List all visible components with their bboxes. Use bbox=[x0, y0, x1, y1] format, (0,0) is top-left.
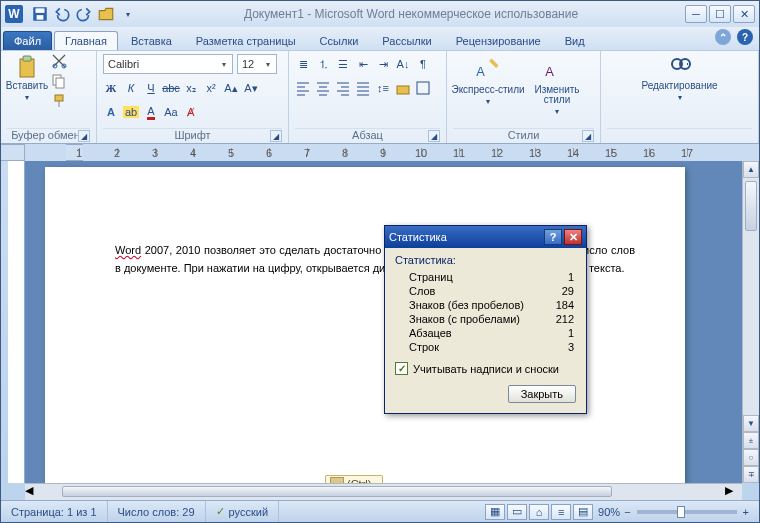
tab-file[interactable]: Файл bbox=[3, 31, 52, 50]
clear-format-icon[interactable]: A̸ bbox=[183, 104, 199, 120]
tab-layout[interactable]: Разметка страницы bbox=[185, 31, 307, 50]
increase-indent-icon[interactable]: ⇥ bbox=[375, 56, 391, 72]
tab-home[interactable]: Главная bbox=[54, 31, 118, 50]
browse-object-icon[interactable]: ○ bbox=[743, 449, 759, 466]
numbering-icon[interactable]: ⒈ bbox=[315, 56, 331, 72]
format-painter-icon[interactable] bbox=[51, 93, 67, 109]
stat-row: Строк3 bbox=[395, 340, 576, 354]
view-draft-icon[interactable]: ▤ bbox=[573, 504, 593, 520]
change-case-icon[interactable]: Aa bbox=[163, 104, 179, 120]
svg-rect-3 bbox=[20, 59, 34, 77]
ribbon-minimize-icon[interactable]: ⌃ bbox=[715, 29, 731, 45]
zoom-slider[interactable] bbox=[637, 510, 737, 514]
tab-review[interactable]: Рецензирование bbox=[445, 31, 552, 50]
tab-mailings[interactable]: Рассылки bbox=[371, 31, 442, 50]
line-spacing-icon[interactable]: ↕≡ bbox=[375, 80, 391, 96]
scroll-left-icon[interactable]: ◀ bbox=[25, 484, 42, 500]
change-styles-button[interactable]: A Изменить стили▾ bbox=[527, 53, 587, 128]
horizontal-scrollbar[interactable]: ◀ ▶ bbox=[25, 483, 742, 500]
shrink-font-icon[interactable]: A▾ bbox=[243, 80, 259, 96]
scroll-thumb-v[interactable] bbox=[745, 181, 757, 231]
cut-icon[interactable] bbox=[51, 53, 67, 69]
status-words[interactable]: Число слов: 29 bbox=[108, 501, 206, 522]
tab-references[interactable]: Ссылки bbox=[309, 31, 370, 50]
dialog-close-button[interactable]: ✕ bbox=[564, 229, 582, 245]
paste-options-icon bbox=[330, 477, 344, 483]
spellcheck-icon: ✓ bbox=[216, 505, 225, 518]
copy-icon[interactable] bbox=[51, 73, 67, 89]
quick-styles-button[interactable]: A Экспресс-стили▾ bbox=[453, 53, 523, 128]
qat-dropdown-icon[interactable]: ▾ bbox=[119, 5, 137, 23]
include-footnotes-checkbox[interactable]: ✓ bbox=[395, 362, 408, 375]
sort-icon[interactable]: A↓ bbox=[395, 56, 411, 72]
decrease-indent-icon[interactable]: ⇤ bbox=[355, 56, 371, 72]
close-button[interactable]: ✕ bbox=[733, 5, 755, 23]
zoom-out-icon[interactable]: − bbox=[624, 506, 630, 518]
view-web-icon[interactable]: ⌂ bbox=[529, 504, 549, 520]
zoom-in-icon[interactable]: + bbox=[743, 506, 749, 518]
dialog-help-button[interactable]: ? bbox=[544, 229, 562, 245]
underline-icon[interactable]: Ч bbox=[143, 80, 159, 96]
strikethrough-icon[interactable]: abc bbox=[163, 80, 179, 96]
tab-insert[interactable]: Вставка bbox=[120, 31, 183, 50]
clipboard-launcher[interactable]: ◢ bbox=[78, 130, 90, 142]
stat-row: Знаков (без пробелов)184 bbox=[395, 298, 576, 312]
tab-view[interactable]: Вид bbox=[554, 31, 596, 50]
view-outline-icon[interactable]: ≡ bbox=[551, 504, 571, 520]
paragraph-launcher[interactable]: ◢ bbox=[428, 130, 440, 142]
zoom-level[interactable]: 90% bbox=[598, 506, 620, 518]
styles-launcher[interactable]: ◢ bbox=[582, 130, 594, 142]
prev-page-icon[interactable]: ± bbox=[743, 432, 759, 449]
text-effects-icon[interactable]: A bbox=[103, 104, 119, 120]
scroll-thumb-h[interactable] bbox=[62, 486, 612, 497]
maximize-button[interactable]: ☐ bbox=[709, 5, 731, 23]
svg-rect-8 bbox=[56, 78, 64, 88]
view-reading-icon[interactable]: ▭ bbox=[507, 504, 527, 520]
save-icon[interactable] bbox=[31, 5, 49, 23]
status-page[interactable]: Страница: 1 из 1 bbox=[1, 501, 108, 522]
subscript-icon[interactable]: x₂ bbox=[183, 80, 199, 96]
redo-icon[interactable] bbox=[75, 5, 93, 23]
font-name-combo[interactable]: Calibri▾ bbox=[103, 54, 233, 74]
bullets-icon[interactable]: ≣ bbox=[295, 56, 311, 72]
font-color-icon[interactable]: A bbox=[143, 104, 159, 120]
font-size-combo[interactable]: 12▾ bbox=[237, 54, 277, 74]
align-left-icon[interactable] bbox=[295, 80, 311, 96]
show-marks-icon[interactable]: ¶ bbox=[415, 56, 431, 72]
status-language[interactable]: ✓ русский bbox=[206, 501, 279, 522]
scroll-up-icon[interactable]: ▲ bbox=[743, 161, 759, 178]
statistics-dialog: Статистика ? ✕ Статистика: Страниц1Слов2… bbox=[384, 225, 587, 414]
grow-font-icon[interactable]: A▴ bbox=[223, 80, 239, 96]
undo-icon[interactable] bbox=[53, 5, 71, 23]
shading-icon[interactable] bbox=[395, 80, 411, 96]
paste-button[interactable]: Вставить ▾ bbox=[7, 53, 47, 128]
align-center-icon[interactable] bbox=[315, 80, 331, 96]
scroll-right-icon[interactable]: ▶ bbox=[725, 484, 742, 500]
ruler-toggle[interactable] bbox=[1, 144, 25, 161]
italic-icon[interactable]: К bbox=[123, 80, 139, 96]
scroll-down-icon[interactable]: ▼ bbox=[743, 415, 759, 432]
superscript-icon[interactable]: x² bbox=[203, 80, 219, 96]
font-launcher[interactable]: ◢ bbox=[270, 130, 282, 142]
align-right-icon[interactable] bbox=[335, 80, 351, 96]
help-icon[interactable]: ? bbox=[737, 29, 753, 45]
highlight-icon[interactable]: ab bbox=[123, 104, 139, 120]
vertical-scrollbar[interactable]: ▲ ▼ ± ○ ∓ bbox=[742, 161, 759, 483]
next-page-icon[interactable]: ∓ bbox=[743, 466, 759, 483]
svg-rect-11 bbox=[417, 82, 429, 94]
minimize-button[interactable]: ─ bbox=[685, 5, 707, 23]
paste-options-button[interactable]: (Ctrl) ▾ bbox=[325, 475, 383, 483]
stat-row: Знаков (с пробелами)212 bbox=[395, 312, 576, 326]
word-app-icon: W bbox=[5, 5, 23, 23]
multilevel-icon[interactable]: ☰ bbox=[335, 56, 351, 72]
justify-icon[interactable] bbox=[355, 80, 371, 96]
view-print-layout-icon[interactable]: ▦ bbox=[485, 504, 505, 520]
borders-icon[interactable] bbox=[415, 80, 431, 96]
vertical-ruler[interactable] bbox=[8, 161, 25, 483]
bold-icon[interactable]: Ж bbox=[103, 80, 119, 96]
open-icon[interactable] bbox=[97, 5, 115, 23]
dialog-close-ok-button[interactable]: Закрыть bbox=[508, 385, 576, 403]
find-button[interactable]: Редактирование▾ bbox=[640, 53, 720, 128]
include-footnotes-label: Учитывать надписи и сноски bbox=[413, 363, 559, 375]
svg-rect-10 bbox=[397, 86, 409, 94]
